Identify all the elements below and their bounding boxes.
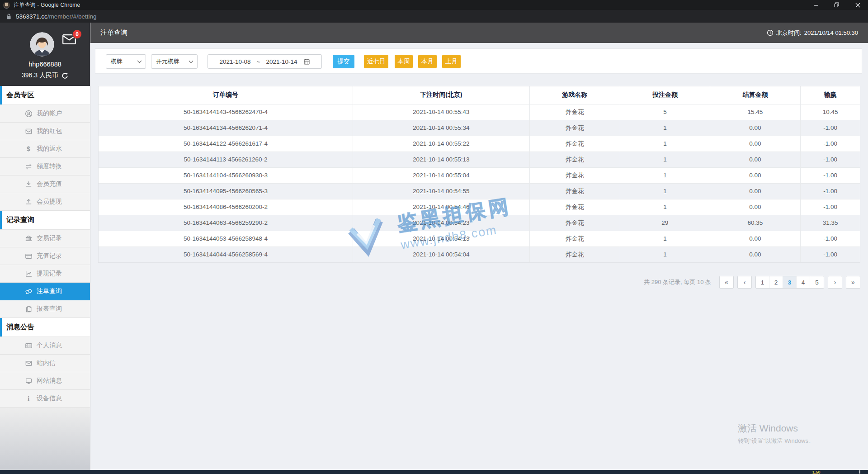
cell-order-no: 50-1634144134-4566262071-4 [99,120,353,136]
cell-game-name: 炸金花 [529,120,620,136]
prev-page-button[interactable]: ‹ [737,276,752,289]
sidebar-item-device-info[interactable]: i设备信息 [0,390,90,408]
cell-bet-time: 2021-10-14 00:54:04 [353,246,529,262]
sidebar-item-report-query[interactable]: 报表查询 [0,300,90,318]
page-header: 注单查询 北京时间: 2021/10/14 01:50:30 [90,23,868,43]
page-button-2[interactable]: 2 [769,276,783,288]
section-accent-bar [0,211,2,229]
sidebar: 0 hhp666888 396.3 人民币 会员专区我的帐户我的红包$我的返水额… [0,23,90,474]
windows-activation: 激活 Windows 转到“设置”以激活 Windows。 [738,422,814,445]
cell-order-no: 50-1634144122-4566261617-4 [99,136,353,152]
mail-icon [24,359,33,367]
sidebar-item-label: 个人消息 [37,341,62,350]
next-page-button[interactable]: › [828,276,842,289]
submit-button[interactable]: 提交 [333,55,354,68]
table-row: 50-1634144143-4566262470-42021-10-14 00:… [99,104,860,120]
bank-icon [24,234,33,242]
withdraw-icon [24,198,33,206]
table-body: 50-1634144143-4566262470-42021-10-14 00:… [99,104,860,262]
cell-bet-amount: 1 [620,199,710,215]
column-header-win-loss: 输赢 [801,86,860,104]
sidebar-section-header: 会员专区 [0,86,90,105]
cell-order-no: 50-1634144086-4566260200-2 [99,199,353,215]
sidebar-item-site-mail[interactable]: 站内信 [0,355,90,372]
page-button-3[interactable]: 3 [783,276,797,288]
sidebar-item-transfer[interactable]: 额度转换 [0,158,90,175]
sidebar-item-recharge-record[interactable]: 充值记录 [0,247,90,265]
cell-bet-amount: 1 [620,183,710,199]
section-title: 消息公告 [6,322,34,332]
dollar-icon: $ [24,145,33,153]
cell-bet-amount: 5 [620,104,710,120]
page-title: 注单查询 [100,28,127,37]
category-select[interactable]: 棋牌 [106,54,146,69]
sidebar-item-label: 报表查询 [37,305,62,313]
last-page-button[interactable]: » [846,276,860,289]
page-button-4[interactable]: 4 [797,276,810,288]
table-row: 50-1634144095-4566260565-32021-10-14 00:… [99,183,860,199]
table-row: 50-1634144122-4566261617-42021-10-14 00:… [99,136,860,152]
restore-button[interactable] [826,0,847,10]
page-button-5[interactable]: 5 [810,276,824,288]
cell-settle-amount: 0.00 [710,231,800,246]
column-header-bet-amount: 投注金额 [620,86,710,104]
first-page-button[interactable]: « [719,276,734,289]
sidebar-item-account[interactable]: 我的帐户 [0,105,90,123]
cell-settle-amount: 0.00 [710,152,800,167]
sidebar-menu: 会员专区我的帐户我的红包$我的返水额度转换会员充值会员提现记录查询交易记录充值记… [0,86,90,408]
section-accent-bar [0,86,2,104]
table-row: 50-1634144053-4566258948-42021-10-14 00:… [99,231,860,246]
page-button-1[interactable]: 1 [756,276,769,288]
close-button[interactable] [847,0,868,10]
sidebar-item-site-message[interactable]: 网站消息 [0,372,90,390]
cell-order-no: 50-1634144095-4566260565-3 [99,183,353,199]
window-favicon [3,2,10,9]
url-domain: 5363371.cc [16,13,47,20]
sidebar-item-redpacket[interactable]: 我的红包 [0,123,90,140]
sidebar-item-label: 我的红包 [37,127,62,135]
cell-game-name: 炸金花 [529,199,620,215]
cell-win-loss: -1.00 [801,199,860,215]
chevron-down-icon [137,59,142,63]
sidebar-item-label: 提现记录 [37,270,62,278]
sidebar-item-transactions[interactable]: 交易记录 [0,230,90,247]
section-title: 会员专区 [6,90,34,100]
cell-game-name: 炸金花 [529,136,620,152]
sidebar-item-withdraw[interactable]: 会员提现 [0,193,90,211]
bottom-bar-tick [859,470,860,474]
time-label: 北京时间: [776,29,802,37]
sidebar-item-deposit[interactable]: 会员充值 [0,175,90,193]
deposit-icon [24,180,33,188]
cell-bet-amount: 1 [620,136,710,152]
quick-range-button-last7[interactable]: 近七日 [364,55,388,68]
section-title: 记录查询 [6,215,34,225]
balance-row: 396.3 人民币 [0,71,90,80]
address-bar[interactable]: 5363371.cc/member/#/betting [0,10,868,23]
sidebar-item-withdraw-record[interactable]: 提现记录 [0,265,90,283]
cell-bet-time: 2021-10-14 00:55:13 [353,152,529,167]
sidebar-item-betting-query[interactable]: 注单查询 [0,283,90,300]
cell-win-loss: 10.45 [801,104,860,120]
sidebar-item-label: 站内信 [37,359,56,367]
refresh-icon[interactable] [61,72,68,79]
sidebar-item-personal-message[interactable]: 个人消息 [0,337,90,355]
quick-range-button-last-month[interactable]: 上月 [442,55,461,68]
column-header-game-name: 游戏名称 [529,86,620,104]
url-path: /member/#/betting [47,13,97,20]
sidebar-item-label: 交易记录 [37,234,62,242]
date-range-input[interactable]: 2021-10-08 ~ 2021-10-14 [208,54,322,69]
activation-subtitle: 转到“设置”以激活 Windows。 [738,437,814,445]
cell-bet-amount: 1 [620,152,710,167]
betting-table: 订单编号下注时间(北京)游戏名称投注金额结算金额输赢 50-1634144143… [98,86,860,263]
sidebar-item-rebate[interactable]: $我的返水 [0,140,90,158]
provider-select[interactable]: 开元棋牌 [151,54,198,69]
table-row: 50-1634144134-4566262071-42021-10-14 00:… [99,120,860,136]
quick-range-button-this-month[interactable]: 本月 [418,55,437,68]
pagination: 共 290 条记录, 每页 10 条 « ‹ 12345 › » [644,276,860,289]
card-icon [24,252,33,260]
minimize-button[interactable] [806,0,826,10]
monitor-icon [24,377,33,385]
quick-range-button-this-week[interactable]: 本周 [395,55,413,68]
provider-value: 开元棋牌 [156,57,179,66]
cell-settle-amount: 15.45 [710,104,800,120]
